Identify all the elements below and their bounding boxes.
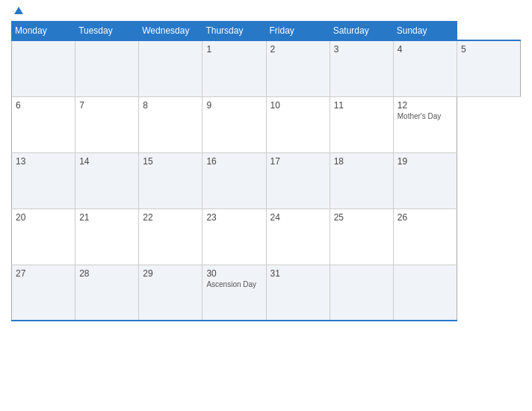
day-number: 21	[79, 212, 134, 223]
calendar-cell: 16	[202, 152, 266, 208]
calendar-cell: 29	[139, 265, 202, 321]
day-number: 14	[79, 156, 134, 167]
day-number: 10	[270, 100, 326, 111]
calendar-cell: 26	[393, 208, 457, 265]
calendar-cell: 9	[202, 96, 266, 152]
day-number: 31	[270, 268, 326, 279]
day-number: 19	[398, 156, 453, 167]
day-number: 29	[143, 268, 198, 279]
header-friday: Friday	[266, 22, 330, 41]
header-wednesday: Wednesday	[139, 22, 202, 41]
calendar-cell: 3	[330, 40, 393, 96]
day-number: 13	[16, 156, 71, 167]
day-number: 26	[398, 212, 453, 223]
calendar-cell: 6	[12, 96, 75, 152]
day-number: 18	[334, 156, 389, 167]
header-tuesday: Tuesday	[75, 22, 139, 41]
day-number: 17	[270, 156, 326, 167]
calendar-cell: 25	[330, 208, 393, 265]
calendar-cell: 23	[202, 208, 266, 265]
calendar-week-row: 13141516171819	[12, 152, 521, 208]
header-thursday: Thursday	[202, 22, 266, 41]
calendar-cell: 14	[75, 152, 139, 208]
day-number: 8	[143, 100, 198, 111]
header-saturday: Saturday	[330, 22, 393, 41]
calendar-wrapper: MondayTuesdayWednesdayThursdayFridaySatu…	[0, 0, 532, 411]
calendar-cell: 30Ascension Day	[202, 265, 266, 321]
day-number: 30	[206, 268, 262, 279]
calendar-cell: 5	[457, 40, 520, 96]
calendar-cell: 18	[330, 152, 393, 208]
calendar-cell: 10	[266, 96, 330, 152]
day-number: 16	[206, 156, 262, 167]
calendar-cell: 24	[266, 208, 330, 265]
calendar-cell: 28	[75, 265, 139, 321]
calendar-cell: 20	[12, 208, 75, 265]
calendar-cell	[75, 40, 139, 96]
calendar-cell: 11	[330, 96, 393, 152]
day-number: 22	[143, 212, 198, 223]
logo	[13, 7, 23, 15]
calendar-cell: 7	[75, 96, 139, 152]
calendar-cell: 17	[266, 152, 330, 208]
calendar-cell: 15	[139, 152, 202, 208]
day-number: 24	[270, 212, 326, 223]
calendar-week-row: 27282930Ascension Day31	[12, 265, 521, 321]
day-number: 7	[79, 100, 134, 111]
calendar-cell	[139, 40, 202, 96]
calendar-cell: 1	[202, 40, 266, 96]
day-number: 12	[398, 100, 453, 111]
calendar-cell: 13	[12, 152, 75, 208]
calendar-table: MondayTuesdayWednesdayThursdayFridaySatu…	[11, 21, 521, 321]
calendar-cell: 21	[75, 208, 139, 265]
day-number: 3	[334, 44, 389, 55]
day-number: 2	[270, 44, 326, 55]
day-number: 15	[143, 156, 198, 167]
days-of-week-row: MondayTuesdayWednesdayThursdayFridaySatu…	[12, 22, 521, 41]
calendar-cell: 8	[139, 96, 202, 152]
day-number: 25	[334, 212, 389, 223]
calendar-week-row: 12345	[12, 40, 521, 96]
calendar-header-row: MondayTuesdayWednesdayThursdayFridaySatu…	[12, 22, 521, 41]
calendar-body: 123456789101112Mother's Day1314151617181…	[12, 40, 521, 321]
calendar-cell: 31	[266, 265, 330, 321]
calendar-week-row: 20212223242526	[12, 208, 521, 265]
calendar-cell: 4	[393, 40, 457, 96]
day-number: 11	[334, 100, 389, 111]
calendar-cell	[393, 265, 457, 321]
day-number: 1	[206, 44, 262, 55]
calendar-cell	[12, 40, 75, 96]
day-number: 27	[16, 268, 71, 279]
calendar-cell	[330, 265, 393, 321]
calendar-cell: 22	[139, 208, 202, 265]
day-number: 6	[16, 100, 71, 111]
event-label: Ascension Day	[206, 280, 262, 288]
day-number: 20	[16, 212, 71, 223]
calendar-cell: 12Mother's Day	[393, 96, 457, 152]
day-number: 23	[206, 212, 262, 223]
header-sunday: Sunday	[393, 22, 457, 41]
header-monday: Monday	[12, 22, 75, 41]
calendar-cell: 19	[393, 152, 457, 208]
day-number: 5	[461, 44, 516, 55]
day-number: 28	[79, 268, 134, 279]
event-label: Mother's Day	[398, 112, 453, 120]
day-number: 9	[206, 100, 262, 111]
day-number: 4	[398, 44, 453, 55]
calendar-cell: 27	[12, 265, 75, 321]
calendar-header	[11, 7, 521, 15]
logo-triangle-icon	[14, 7, 23, 14]
calendar-cell: 2	[266, 40, 330, 96]
calendar-week-row: 6789101112Mother's Day	[12, 96, 521, 152]
